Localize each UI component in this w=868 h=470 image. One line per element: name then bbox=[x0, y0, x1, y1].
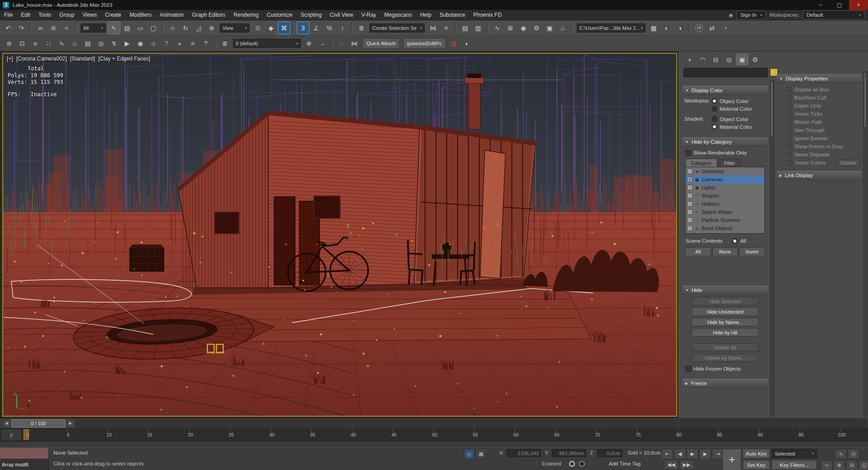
angle-snap-icon[interactable]: ∠ bbox=[310, 22, 323, 34]
mirror-icon[interactable]: ⋈ bbox=[427, 22, 439, 34]
named-selection-sets-icon[interactable]: ≣ bbox=[355, 22, 368, 34]
menu-item-modifiers[interactable]: Modifiers bbox=[125, 10, 156, 20]
category-item-helpers[interactable]: ⊹Helpers bbox=[686, 200, 764, 208]
category-item-cameras[interactable]: ✓▣Cameras bbox=[686, 175, 764, 183]
tree-icon[interactable]: ♣ bbox=[29, 37, 42, 50]
lightning-icon[interactable]: ↯ bbox=[108, 37, 120, 50]
category-item-bone-objects[interactable]: ∠Bone Objects bbox=[686, 224, 764, 232]
layer-list-icon[interactable]: ≣ bbox=[218, 37, 231, 50]
time-slider-handle[interactable]: 0 / 100 bbox=[11, 419, 66, 428]
selection-set-dropdown[interactable]: Selected ▾ bbox=[772, 449, 817, 458]
trackbar-frame-20[interactable]: 20 bbox=[188, 432, 193, 437]
menu-item-animation[interactable]: Animation bbox=[156, 10, 188, 20]
wireframe-material-color-radio[interactable] bbox=[711, 106, 717, 112]
rollout-header-freeze[interactable]: ▶ Freeze bbox=[683, 379, 768, 388]
scene-contents-all-radio[interactable] bbox=[732, 238, 738, 244]
maximize-button[interactable]: ▢ bbox=[830, 0, 849, 10]
window-crossing-icon[interactable]: ▢ bbox=[147, 22, 160, 34]
question-icon[interactable]: ? bbox=[160, 37, 173, 50]
help-icon[interactable]: ? bbox=[199, 37, 212, 50]
menu-item-phoenix-fd[interactable]: Phoenix FD bbox=[469, 10, 506, 20]
category-item-particle-systems[interactable]: ∴Particle Systems bbox=[686, 216, 764, 224]
panel-scrollbar[interactable] bbox=[863, 71, 868, 416]
render-setup-icon[interactable]: ⚙ bbox=[530, 22, 543, 34]
redo-icon[interactable]: ↷ bbox=[15, 22, 28, 34]
shaded-material-color-radio[interactable] bbox=[711, 124, 717, 130]
keyboard-override-icon[interactable]: ⌘ bbox=[278, 22, 290, 34]
sign-in-dropdown[interactable]: Sign In ▾ bbox=[737, 10, 766, 19]
trackbar-frame-80[interactable]: 80 bbox=[676, 432, 682, 437]
underline-u-icon[interactable]: U bbox=[448, 37, 460, 50]
menu-item-v-ray[interactable]: V-Ray bbox=[357, 10, 380, 20]
trackbar-mode-icon[interactable]: |\ bbox=[1, 429, 22, 441]
mirror-b-icon[interactable]: ⋈ bbox=[348, 37, 360, 50]
trackbar-frame-55[interactable]: 55 bbox=[473, 432, 478, 437]
selection-filter-dropdown[interactable]: All▾ bbox=[81, 24, 106, 33]
migrate-icon[interactable]: ⇄ bbox=[706, 22, 718, 34]
select-and-manipulate-icon[interactable]: ◆ bbox=[265, 22, 277, 34]
pin-icon[interactable]: ⊚ bbox=[3, 37, 15, 50]
next-frame-arrow[interactable]: ▶ bbox=[66, 419, 74, 428]
contrast-icon[interactable]: ◐ bbox=[461, 37, 474, 50]
isolate-small-icon[interactable]: ◌ bbox=[335, 37, 347, 50]
render-gallery-icon[interactable]: ◑ bbox=[674, 22, 686, 34]
rectangular-selection-icon[interactable]: ▭ bbox=[134, 22, 147, 34]
category-item-geometry[interactable]: ●Geometry bbox=[686, 167, 764, 175]
tab-filter[interactable]: Filter bbox=[718, 159, 741, 167]
display-property-checkbox[interactable] bbox=[786, 144, 792, 150]
menu-item-views[interactable]: Views bbox=[78, 10, 101, 20]
viewport-menu-pov[interactable]: [Corona Camera002] bbox=[16, 56, 67, 62]
tree-b-icon[interactable]: ♠ bbox=[173, 37, 186, 50]
add-keyframe-button[interactable]: + bbox=[722, 449, 741, 470]
display-property-checkbox[interactable] bbox=[786, 95, 792, 101]
category-item-space-warps[interactable]: ≈Space Warps bbox=[686, 208, 764, 216]
spline-wave-icon[interactable]: ∿ bbox=[55, 37, 68, 50]
display-property-checkbox[interactable] bbox=[786, 127, 792, 133]
previous-key-button[interactable]: ◀◀ bbox=[664, 460, 678, 470]
trackbar-frame-45[interactable]: 45 bbox=[391, 432, 397, 437]
trackbar-frame-15[interactable]: 15 bbox=[147, 432, 152, 437]
category-all-button[interactable]: All bbox=[685, 247, 711, 256]
hide-by-hit-button[interactable]: Hide by Hit bbox=[692, 328, 759, 337]
menu-item-create[interactable]: Create bbox=[101, 10, 125, 20]
info-center-icon[interactable]: ◔ bbox=[719, 22, 731, 34]
menu-item-graph-editors[interactable]: Graph Editors bbox=[188, 10, 229, 20]
add-time-tag[interactable]: Add Time Tag bbox=[609, 461, 640, 466]
layer-explorer-icon[interactable]: ▥ bbox=[472, 22, 484, 34]
z-coordinate-field[interactable]: 0,0cm bbox=[597, 449, 622, 457]
trackbar-frame-100[interactable]: 100 bbox=[838, 432, 846, 437]
trackbar-frame-90[interactable]: 90 bbox=[758, 432, 763, 437]
trackbar-frame-85[interactable]: 85 bbox=[717, 432, 722, 437]
quick-attach-button[interactable]: Quick Attach bbox=[362, 38, 400, 49]
create-layer-icon[interactable]: ⊕ bbox=[303, 37, 315, 50]
play-button[interactable]: ▶ bbox=[687, 449, 698, 459]
menu-item-file[interactable]: File bbox=[0, 10, 17, 20]
viewport-menu-general[interactable]: [+] bbox=[7, 56, 13, 62]
select-and-place-icon[interactable]: ⊕ bbox=[205, 22, 218, 34]
go-to-start-button[interactable]: ⇤ bbox=[661, 449, 673, 459]
spinner-snap-icon[interactable]: ↕ bbox=[336, 22, 349, 34]
show-renderable-only-checkbox[interactable] bbox=[685, 150, 691, 156]
trackbar-frame-35[interactable]: 35 bbox=[310, 432, 315, 437]
undo-icon[interactable]: ↶ bbox=[2, 22, 14, 34]
arnold-badge-icon[interactable]: 18 bbox=[693, 22, 705, 34]
display-property-checkbox[interactable] bbox=[786, 87, 792, 93]
menu-item-help[interactable]: Help bbox=[416, 10, 436, 20]
hide-by-name-button[interactable]: Hide by Name... bbox=[692, 318, 759, 326]
rollout-header-hide[interactable]: ▼ Hide bbox=[683, 286, 768, 295]
category-invert-button[interactable]: Invert bbox=[739, 247, 765, 256]
animation-enabled-icon[interactable] bbox=[569, 461, 575, 467]
menu-item-customize[interactable]: Customize bbox=[263, 10, 297, 20]
menu-item-scripting[interactable]: Scripting bbox=[296, 10, 326, 20]
trackbar-frame-95[interactable]: 95 bbox=[798, 432, 804, 437]
panel-scrollbar[interactable] bbox=[770, 80, 774, 416]
track-bar[interactable]: |\ 0510152025303540455055606570758085909… bbox=[0, 428, 868, 442]
hide-frozen-objects-checkbox[interactable] bbox=[685, 366, 691, 372]
category-checkbox[interactable] bbox=[687, 217, 693, 223]
teapot-icon[interactable]: ♨ bbox=[68, 37, 81, 50]
regularize-button[interactable]: gularize(EditPc bbox=[403, 38, 446, 49]
layer-dropdown[interactable]: 0 (default)▾ bbox=[233, 39, 301, 48]
render-in-cloud-icon[interactable]: ◐ bbox=[660, 22, 673, 34]
auto-key-button[interactable]: Auto Key bbox=[743, 449, 770, 458]
menu-item-tools[interactable]: Tools bbox=[34, 10, 55, 20]
